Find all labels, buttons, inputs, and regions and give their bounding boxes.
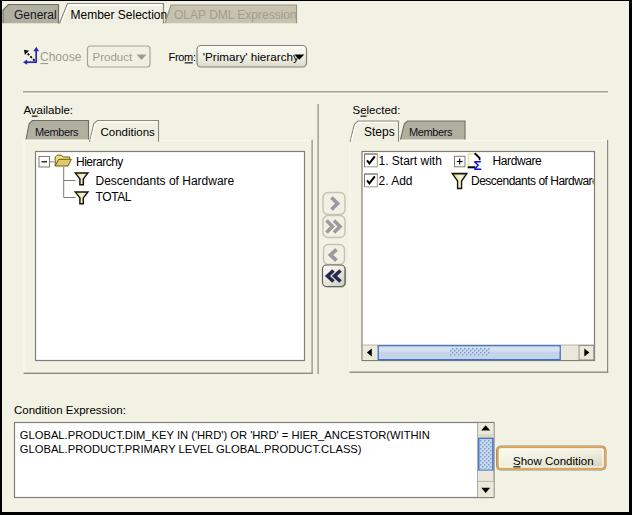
- svg-text:Descendants of Hardware: Descendants of Hardware: [471, 174, 599, 188]
- svg-text:Show Condition: Show Condition: [513, 455, 594, 467]
- svg-text:Member Selection: Member Selection: [71, 8, 168, 22]
- svg-text:From:: From:: [169, 51, 196, 63]
- svg-text:Descendants of Hardware: Descendants of Hardware: [96, 174, 235, 188]
- svg-text:Members: Members: [35, 126, 79, 138]
- svg-text:2. Add: 2. Add: [379, 174, 413, 188]
- svg-text:Hierarchy: Hierarchy: [76, 155, 123, 169]
- svg-text:Available:: Available:: [23, 104, 73, 116]
- svg-text:GLOBAL.PRODUCT.DIM_KEY IN ('HR: GLOBAL.PRODUCT.DIM_KEY IN ('HRD') OR 'HR…: [20, 429, 430, 441]
- svg-text:Members: Members: [409, 126, 453, 138]
- svg-text:General: General: [14, 8, 57, 22]
- svg-text:OLAP DML Expression: OLAP DML Expression: [174, 8, 297, 22]
- svg-text:Steps: Steps: [364, 125, 395, 139]
- svg-text:TOTAL: TOTAL: [96, 190, 132, 204]
- svg-text:GLOBAL.PRODUCT.PRIMARY LEVEL G: GLOBAL.PRODUCT.PRIMARY LEVEL GLOBAL.PROD…: [20, 443, 362, 455]
- svg-text:'Primary' hierarchy: 'Primary' hierarchy: [203, 50, 299, 63]
- svg-text:Product: Product: [93, 51, 133, 63]
- svg-text:Choose: Choose: [40, 50, 82, 64]
- svg-text:Σ: Σ: [474, 158, 482, 173]
- svg-text:Condition Expression:: Condition Expression:: [14, 404, 126, 416]
- svg-text:Hardware: Hardware: [493, 154, 543, 168]
- svg-text:Conditions: Conditions: [101, 126, 156, 138]
- svg-text:1. Start with: 1. Start with: [379, 154, 442, 168]
- svg-text:Selected:: Selected:: [353, 104, 401, 116]
